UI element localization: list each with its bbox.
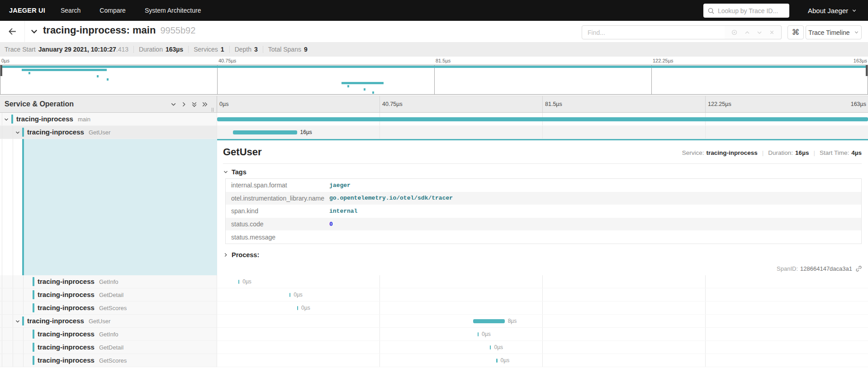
nav-item-system-architecture[interactable]: System Architecture xyxy=(145,7,201,14)
service-name: tracing-inprocess xyxy=(38,330,95,338)
span-name-cell[interactable]: tracing-inprocessGetScores xyxy=(0,354,217,367)
span-duration-bar[interactable] xyxy=(473,319,505,324)
span-duration-label: 0µs xyxy=(494,344,503,350)
span-row[interactable]: tracing-inprocessGetScores0µs xyxy=(0,302,868,315)
keyboard-shortcuts-button[interactable]: ⌘ xyxy=(787,25,804,39)
find-input[interactable]: Find... xyxy=(582,25,725,39)
prev-result-icon[interactable] xyxy=(744,29,750,36)
indent-guide xyxy=(13,288,13,301)
indent-guide xyxy=(2,275,2,288)
column-resizer-grip[interactable] xyxy=(212,108,214,112)
meta-value: tracing-inprocess xyxy=(707,149,758,156)
chevron-down-icon xyxy=(852,8,857,13)
span-bar-cell[interactable]: 0µs xyxy=(217,288,868,302)
span-name-cell[interactable]: tracing-inprocessGetInfo xyxy=(0,328,217,341)
minimap-tick-label: 81.5µs xyxy=(436,58,451,63)
timeline-header: Service & Operation 0µs40.75µs81.5µs122.… xyxy=(0,96,868,113)
tag-key: span.kind xyxy=(226,207,329,215)
span-bar-cell[interactable]: 8µs xyxy=(217,315,868,328)
tag-row: internal.span.formatjaeger xyxy=(226,179,861,192)
span-name-cell[interactable]: tracing-inprocessGetUser xyxy=(0,315,217,328)
expand-chevron-icon[interactable] xyxy=(4,117,9,122)
minimap-span-bar xyxy=(28,72,30,74)
span-row[interactable]: tracing-inprocessGetDetail0µs xyxy=(0,341,868,354)
expand-chevron-icon[interactable] xyxy=(15,319,20,324)
selected-span-tint[interactable] xyxy=(24,139,217,275)
span-row[interactable]: tracing-inprocessGetInfo0µs xyxy=(0,275,868,288)
next-result-icon[interactable] xyxy=(756,29,763,36)
find-controls xyxy=(725,25,782,39)
span-name-cell[interactable]: tracing-inprocessGetDetail xyxy=(0,288,217,302)
span-row[interactable]: tracing-inprocessGetUser16µs xyxy=(0,126,868,139)
span-duration-bar[interactable] xyxy=(496,359,498,363)
span-row[interactable]: tracing-inprocessmain xyxy=(0,113,868,126)
locate-span-icon[interactable] xyxy=(731,29,738,36)
span-duration-bar[interactable] xyxy=(478,332,479,337)
trace-view-selector[interactable]: Trace Timeline xyxy=(806,25,862,39)
span-duration-bar[interactable] xyxy=(217,117,868,122)
timeline-gridline xyxy=(705,126,706,139)
collapse-all-icon[interactable] xyxy=(189,101,199,108)
span-bar-cell[interactable]: 0µs xyxy=(217,302,868,315)
service-name: tracing-inprocess xyxy=(38,304,95,311)
about-jaeger-menu[interactable]: About Jaeger xyxy=(808,0,857,21)
summary-label: Services xyxy=(194,46,218,53)
span-bar-cell[interactable]: 0µs xyxy=(217,354,868,367)
collapse-header-chevron[interactable] xyxy=(30,27,38,36)
app-logo[interactable]: JAEGER UI xyxy=(9,7,45,14)
nav-item-compare[interactable]: Compare xyxy=(100,7,126,14)
span-bar-cell[interactable]: 16µs xyxy=(217,126,868,139)
span-name-cell[interactable]: tracing-inprocessGetUser xyxy=(0,126,217,139)
span-duration-bar[interactable] xyxy=(233,130,297,135)
tags-section-toggle[interactable]: Tags xyxy=(223,167,247,177)
timeline-tick-label: 122.25µs xyxy=(708,96,731,112)
minimap-tick-label: 40.75µs xyxy=(218,58,236,63)
collapse-one-icon[interactable] xyxy=(168,101,179,108)
span-row[interactable]: tracing-inprocessGetInfo0µs xyxy=(0,328,868,341)
span-bar-cell[interactable] xyxy=(217,113,868,126)
span-duration-bar[interactable] xyxy=(297,306,299,311)
span-duration-label: 16µs xyxy=(300,129,312,135)
process-section-toggle[interactable]: Process: xyxy=(223,250,259,260)
indent-guide xyxy=(13,341,13,354)
trace-id-short: 9955b92 xyxy=(160,25,195,35)
expand-all-icon[interactable] xyxy=(199,101,210,108)
tag-key: otel.instrumentation_library.name xyxy=(226,195,329,202)
service-name: tracing-inprocess xyxy=(38,291,95,298)
span-bar-cell[interactable]: 0µs xyxy=(217,275,868,288)
span-name: tracing-inprocessGetDetail xyxy=(38,341,123,354)
span-row[interactable]: tracing-inprocessGetUser8µs xyxy=(0,315,868,328)
span-row[interactable]: tracing-inprocessGetDetail0µs xyxy=(0,288,868,302)
span-name-cell[interactable]: tracing-inprocessGetInfo xyxy=(0,275,217,288)
meta-divider: | xyxy=(813,149,815,156)
tag-row: span.kindinternal xyxy=(226,205,861,218)
span-name-cell[interactable]: tracing-inprocessGetScores xyxy=(0,302,217,315)
column-divider xyxy=(217,96,217,112)
minimap-left-scrubber[interactable] xyxy=(0,65,2,76)
expand-chevron-icon[interactable] xyxy=(15,130,20,135)
span-duration-bar[interactable] xyxy=(238,280,240,284)
clear-find-icon[interactable] xyxy=(769,29,775,35)
trace-id-lookup-input[interactable]: Lookup by Trace ID... xyxy=(703,4,789,18)
trace-minimap[interactable] xyxy=(0,65,868,95)
indent-guide xyxy=(13,315,13,327)
deep-link-icon[interactable] xyxy=(852,265,862,272)
nav-item-search[interactable]: Search xyxy=(61,7,81,14)
span-name-cell[interactable]: tracing-inprocessGetDetail xyxy=(0,341,217,354)
timeline-gridline xyxy=(542,275,543,288)
back-button[interactable] xyxy=(0,21,25,42)
span-bar-cell[interactable]: 0µs xyxy=(217,328,868,341)
span-name-cell[interactable]: tracing-inprocessmain xyxy=(0,113,217,126)
expand-one-icon[interactable] xyxy=(179,101,189,108)
summary-value-dim: .413 xyxy=(116,46,128,53)
indent-guide xyxy=(13,354,13,367)
span-duration-bar[interactable] xyxy=(490,345,491,350)
span-duration-bar[interactable] xyxy=(289,293,291,297)
tag-row: status.message xyxy=(226,230,861,244)
timeline-header-gridline xyxy=(705,96,706,112)
span-bar-cell[interactable]: 0µs xyxy=(217,341,868,354)
minimap-right-scrubber[interactable] xyxy=(866,65,868,76)
summary-label: Total Spans xyxy=(268,46,301,53)
span-row[interactable]: tracing-inprocessGetScores0µs xyxy=(0,354,868,367)
summary-segment: Depth3 xyxy=(229,46,263,53)
